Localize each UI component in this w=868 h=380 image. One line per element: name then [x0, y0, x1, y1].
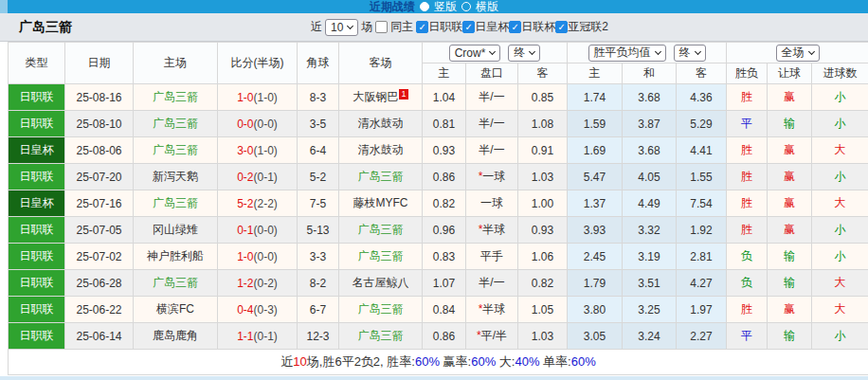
result-goals: 小 — [812, 164, 868, 190]
same-home-label[interactable]: 同主 — [390, 19, 413, 35]
result-goals: 大 — [812, 297, 868, 323]
subcol-result-wdl: 胜负 — [727, 63, 768, 84]
chevron-down-icon — [695, 47, 701, 54]
table-row: 日职联 25-06-14 鹿岛鹿角 1-1(0-1) 12-3 广岛三箭 0.8… — [9, 323, 868, 350]
asian-odds-group-header: Crow* 终 — [423, 43, 568, 63]
match-date: 25-06-22 — [65, 297, 134, 323]
col-header-score: 比分(半场) — [218, 43, 298, 84]
away-team-link[interactable]: 广岛三箭 — [339, 244, 423, 270]
score-cell: 1-0(1-0) — [218, 84, 298, 111]
league-checkbox[interactable] — [462, 21, 475, 33]
home-team-link[interactable]: 广岛三箭 — [134, 137, 218, 164]
avg-home-odds: 1.74 — [568, 84, 623, 111]
avg-away-odds: 4.27 — [677, 270, 727, 297]
chevron-down-icon — [347, 22, 353, 28]
home-team-link[interactable]: 新泻天鹅 — [134, 164, 218, 190]
table-row: 日职联 25-07-02 神户胜利船 1-0(0-0) 3-3 广岛三箭 0.8… — [9, 244, 868, 270]
league-checkbox[interactable] — [555, 21, 568, 33]
competition-badge: 日职联 — [9, 84, 65, 111]
away-team-link[interactable]: 广岛三箭 — [339, 323, 423, 350]
asian-final-select[interactable]: 终 — [508, 45, 540, 62]
home-team-link[interactable]: 广岛三箭 — [134, 190, 218, 217]
asian-handicap: 半/一 — [466, 270, 518, 297]
league-label[interactable]: 日职联 — [428, 19, 462, 35]
result-handicap: 赢 — [768, 217, 812, 244]
corners-cell: 3-3 — [298, 244, 339, 270]
asian-away-odds: 0.91 — [518, 137, 568, 164]
league-label[interactable]: 亚冠联2 — [568, 19, 608, 35]
home-team-link[interactable]: 广岛三箭 — [134, 270, 218, 297]
league-filter[interactable]: 日联杯 — [509, 19, 555, 35]
away-team-link[interactable]: 广岛三箭 — [339, 217, 423, 244]
home-team-link[interactable]: 冈山绿雉 — [134, 217, 218, 244]
league-filter[interactable]: 日职联 — [416, 19, 462, 35]
result-goals: 小 — [812, 111, 868, 137]
table-row: 日职联 25-08-16 广岛三箭 1-0(1-0) 8-3 大阪钢巴1 1.0… — [9, 84, 868, 111]
corners-cell: 8-2 — [298, 270, 339, 297]
near-label: 近 — [311, 19, 322, 35]
league-filter[interactable]: 亚冠联2 — [555, 19, 608, 35]
away-team-link[interactable]: 名古屋鲸八 — [339, 270, 423, 297]
avg-odds-select[interactable]: 胜平负均值 — [588, 45, 666, 62]
home-team-link[interactable]: 鹿岛鹿角 — [134, 323, 218, 350]
home-team-link[interactable]: 神户胜利船 — [134, 244, 218, 270]
subcol-avg-away: 客 — [677, 63, 727, 84]
subcol-result-goals: 进球数 — [812, 63, 868, 84]
league-filters: 日职联 日皇杯 日联杯 亚冠联2 — [416, 19, 608, 35]
corners-cell: 6-4 — [298, 137, 339, 164]
avg-draw-odds: 4.05 — [623, 164, 677, 190]
away-team-link[interactable]: 清水鼓动 — [339, 111, 423, 137]
away-team-link[interactable]: 清水鼓动 — [339, 137, 423, 164]
score-cell: 5-2(2-2) — [218, 190, 298, 217]
score-cell: 1-2(0-2) — [218, 270, 298, 297]
away-team-link[interactable]: 广岛三箭 — [339, 297, 423, 323]
result-handicap: 输 — [768, 323, 812, 350]
asian-handicap: *平/半 — [466, 323, 518, 350]
home-team-link[interactable]: 广岛三箭 — [134, 111, 218, 137]
games-count-select[interactable]: 10 — [325, 19, 358, 36]
result-wdl: 平 — [727, 323, 768, 350]
league-checkbox[interactable] — [416, 21, 428, 33]
vertical-layout-radio[interactable] — [420, 2, 429, 11]
fulltime-select[interactable]: 全场 — [776, 45, 820, 62]
asian-away-odds: 0.85 — [518, 84, 568, 111]
result-handicap: 赢 — [768, 190, 812, 217]
asian-home-odds: 0.86 — [423, 323, 466, 350]
recent-results-table: 类型 日期 主场 比分(半场) 角球 客场 Crow* 终 胜平负均值 终 全场 — [8, 42, 868, 375]
league-label[interactable]: 日皇杯 — [475, 19, 509, 35]
avg-home-odds: 1.79 — [568, 270, 623, 297]
away-team-link[interactable]: 广岛三箭 — [339, 164, 423, 190]
avg-home-odds: 3.93 — [568, 217, 623, 244]
result-goals: 小 — [812, 84, 868, 111]
league-filter[interactable]: 日皇杯 — [462, 19, 509, 35]
home-team-link[interactable]: 广岛三箭 — [134, 84, 218, 111]
avg-odds-group-header: 胜平负均值 终 — [568, 43, 727, 63]
league-checkbox[interactable] — [509, 21, 521, 33]
avg-draw-odds: 3.68 — [623, 137, 677, 164]
home-team-link[interactable]: 横滨FC — [134, 297, 218, 323]
horizontal-layout-label[interactable]: 横版 — [476, 0, 498, 15]
vertical-layout-label[interactable]: 竖版 — [434, 0, 457, 15]
table-row: 日皇杯 25-07-16 广岛三箭 5-2(2-2) 7-5 藤枝MYFC 0.… — [9, 190, 868, 217]
same-home-checkbox[interactable] — [375, 21, 388, 33]
league-label[interactable]: 日联杯 — [521, 19, 555, 35]
avg-final-select[interactable]: 终 — [674, 45, 706, 62]
horizontal-layout-radio[interactable] — [461, 2, 471, 11]
result-wdl: 胜 — [727, 217, 768, 244]
match-date: 25-08-10 — [65, 111, 134, 137]
result-handicap: 赢 — [768, 297, 812, 323]
asian-home-odds: 1.07 — [423, 270, 466, 297]
odds-company-select[interactable]: Crow* — [449, 45, 501, 62]
table-row: 日职联 25-06-28 广岛三箭 1-2(0-2) 8-2 名古屋鲸八 1.0… — [9, 270, 868, 297]
table-row: 日职联 25-08-10 广岛三箭 0-0(0-0) 3-5 清水鼓动 0.81… — [9, 111, 868, 137]
avg-draw-odds: 3.19 — [623, 244, 677, 270]
chevron-down-icon — [808, 47, 815, 54]
away-team-link[interactable]: 藤枝MYFC — [339, 190, 423, 217]
score-cell: 0-0(0-0) — [218, 111, 298, 137]
table-row: 日职联 25-07-05 冈山绿雉 0-1(0-0) 5-13 广岛三箭 0.9… — [9, 217, 868, 244]
result-wdl: 胜 — [727, 190, 768, 217]
match-date: 25-07-05 — [65, 217, 134, 244]
col-header-type: 类型 — [9, 43, 65, 84]
result-goals: 小 — [812, 323, 868, 350]
away-team-link[interactable]: 大阪钢巴1 — [339, 84, 423, 111]
